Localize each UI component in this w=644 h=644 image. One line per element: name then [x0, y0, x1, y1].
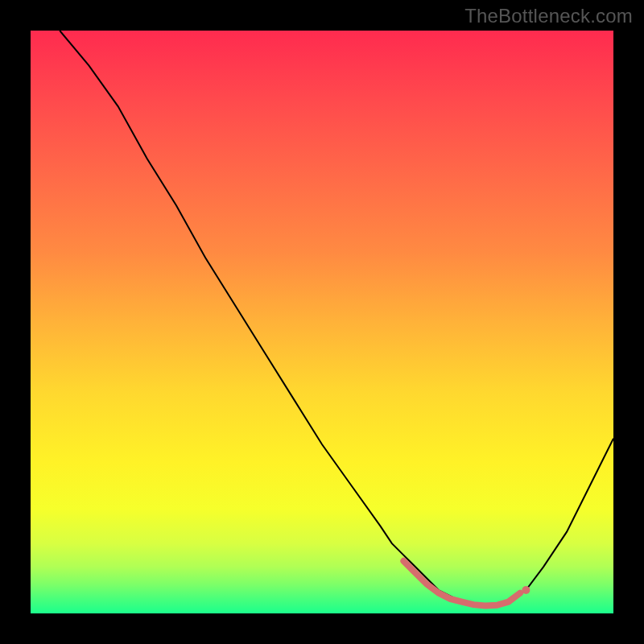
- watermark-label: TheBottleneck.com: [464, 5, 633, 27]
- plot-area: [31, 31, 613, 613]
- chart-container: TheBottleneck.com: [0, 0, 644, 644]
- highlight-end-dot: [522, 586, 530, 594]
- chart-svg: [31, 31, 613, 613]
- gradient-background: [31, 31, 613, 613]
